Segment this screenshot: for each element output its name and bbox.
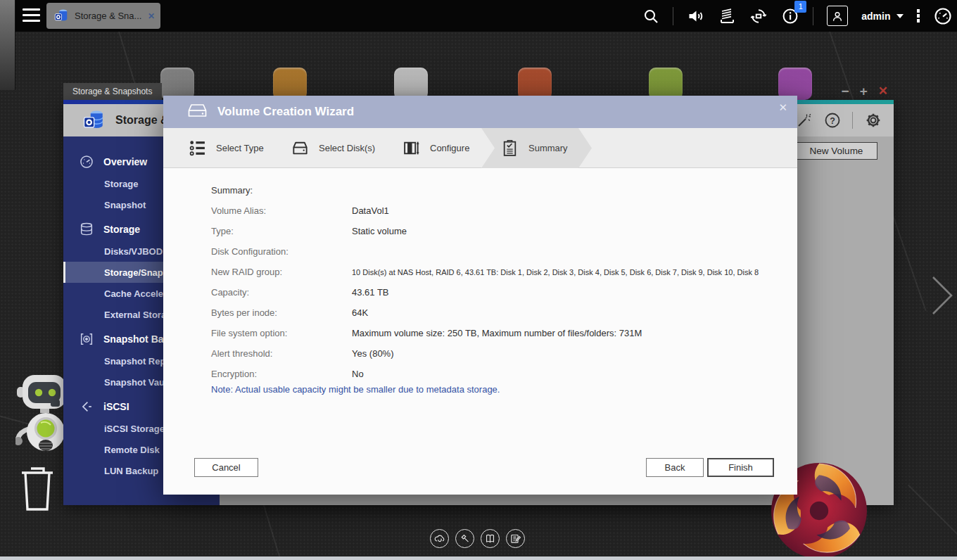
volume-creation-wizard-dialog: Volume Creation Wizard ✕ Select TypeSele…: [163, 96, 797, 495]
sidebar-item-label: Snapshot: [104, 200, 146, 210]
summary-row-encryption: Encryption:No: [211, 364, 774, 384]
user-avatar-icon[interactable]: [827, 6, 848, 26]
dialog-close-icon[interactable]: ✕: [778, 101, 787, 114]
summary-label: New RAID group:: [211, 267, 352, 277]
summary-label: Summary:: [211, 185, 352, 196]
summary-value: 43.61 TB: [352, 287, 389, 298]
summary-label: Disk Configuration:: [211, 246, 352, 257]
summary-label: Type:: [211, 226, 352, 236]
sidebar-item-label: iSCSI Storage: [104, 424, 165, 434]
tab-close-icon[interactable]: ✕: [148, 11, 155, 21]
help-icon[interactable]: ?: [824, 112, 841, 129]
open-app-tab[interactable]: Storage & Sna... ✕: [46, 3, 160, 29]
desktop-dock: [430, 529, 525, 548]
wizard-step-select-disk-s: Select Disk(s): [291, 128, 375, 168]
step-label: Select Disk(s): [319, 143, 375, 153]
notifications-info-icon[interactable]: 1: [781, 7, 799, 25]
chevron-down-icon: [896, 14, 904, 18]
top-bar-actions: 1 admin: [642, 0, 953, 32]
desktop-seam: [908, 485, 957, 550]
dialog-header: Volume Creation Wizard ✕: [163, 96, 797, 128]
summary-value: No: [352, 369, 364, 379]
step-label: Select Type: [216, 143, 264, 153]
book-icon[interactable]: [481, 529, 500, 548]
topbar-divider: [813, 7, 813, 25]
summary-label: Alert threshold:: [211, 348, 352, 359]
dashboard-gauge-icon[interactable]: [933, 6, 953, 26]
step-label: Summary: [528, 143, 568, 153]
columns-icon: [403, 139, 420, 157]
camera-icon: [79, 331, 94, 347]
admin-user-menu[interactable]: admin: [861, 11, 903, 22]
summary-row-capacity: Capacity:43.61 TB: [211, 282, 774, 303]
bottom-edge-strip: [0, 556, 957, 560]
window-maximize-button[interactable]: +: [860, 84, 868, 99]
header-divider: [852, 112, 853, 129]
summary-label: Bytes per inode:: [211, 307, 352, 318]
database-icon: [79, 222, 94, 237]
iscsi-icon: [79, 399, 94, 414]
sidebar-item-label: Storage: [104, 179, 138, 189]
sidebar-item-label: Snapshot Vault: [104, 377, 170, 388]
search-icon[interactable]: [642, 8, 659, 25]
wizard-step-summary: Summary: [501, 128, 568, 168]
summary-value: Static volume: [352, 226, 407, 236]
feedback-icon[interactable]: [506, 529, 525, 548]
window-title-tab[interactable]: Storage & Snapshots: [63, 83, 162, 100]
summary-label: Volume Alias:: [211, 205, 352, 216]
sidebar-item-label: Overview: [103, 156, 147, 167]
gauge-icon: [79, 154, 94, 170]
external-device-sync-icon[interactable]: [749, 7, 768, 25]
summary-row-type: Type:Static volume: [211, 221, 774, 241]
summary-value: DataVol1: [352, 205, 389, 216]
summary-row-volume-alias: Volume Alias:DataVol1: [211, 201, 774, 221]
drive-icon: [187, 103, 208, 122]
disk-icon: [291, 139, 309, 157]
summary-row-summary: Summary:: [211, 180, 774, 201]
top-bar: Storage & Sna... ✕: [0, 0, 957, 32]
summary-value: 10 Disk(s) at NAS Host, RAID 6, 43.61 TB…: [352, 268, 759, 276]
volume-speaker-icon[interactable]: [687, 8, 705, 25]
finish-button[interactable]: Finish: [707, 458, 774, 477]
summary-row-new-raid-group: New RAID group:10 Disk(s) at NAS Host, R…: [211, 262, 774, 282]
summary-row-file-system-option: File system option:Maximum volume size: …: [211, 323, 774, 343]
summary-value: Maximum volume size: 250 TB, Maximum num…: [352, 328, 642, 338]
left-edge-panel: [0, 0, 15, 90]
back-button[interactable]: Back: [646, 458, 704, 477]
summary-label: Capacity:: [211, 287, 352, 298]
summary-row-bytes-per-inode: Bytes per inode:64K: [211, 303, 774, 323]
main-menu-icon[interactable]: [23, 8, 40, 23]
svg-text:?: ?: [830, 116, 835, 126]
background-tasks-icon[interactable]: [718, 8, 736, 25]
more-options-icon[interactable]: [917, 8, 920, 25]
storage-snapshots-app-icon: [82, 107, 106, 134]
new-volume-button[interactable]: New Volume: [795, 142, 877, 160]
window-minimize-button[interactable]: −: [842, 84, 849, 99]
wizard-wand-icon[interactable]: [796, 112, 813, 129]
summary-row-disk-configuration: Disk Configuration:: [211, 241, 774, 262]
admin-username: admin: [861, 11, 890, 22]
qts-desktop: Storage & Snapshots − + ✕: [0, 0, 957, 560]
summary-value: Yes (80%): [352, 348, 394, 359]
wizard-step-configure: Configure: [403, 128, 469, 168]
dashboard-expand-chevron[interactable]: [927, 273, 956, 321]
tools-icon[interactable]: [455, 529, 474, 548]
cancel-button[interactable]: Cancel: [194, 458, 258, 477]
sidebar-item-label: Remote Disk: [104, 445, 160, 455]
summary-note: Note: Actual usable capacity might be sm…: [211, 384, 500, 395]
checklist-icon: [501, 139, 519, 157]
dialog-title: Volume Creation Wizard: [217, 105, 354, 119]
topbar-divider: [673, 7, 673, 25]
summary-section: Summary:Volume Alias:DataVol1Type:Static…: [211, 180, 774, 384]
settings-gear-icon[interactable]: [864, 111, 882, 129]
step-label: Configure: [430, 143, 469, 153]
summary-label: File system option:: [211, 328, 352, 338]
tab-label: Storage & Sna...: [75, 11, 142, 21]
wizard-steps-bar: Select TypeSelect Disk(s)ConfigureSummar…: [163, 128, 797, 168]
window-close-button[interactable]: ✕: [878, 84, 888, 99]
recycle-bin-icon[interactable]: [17, 462, 58, 516]
summary-label: Encryption:: [211, 369, 352, 379]
cloud-icon[interactable]: [430, 529, 449, 548]
summary-row-alert-threshold: Alert threshold:Yes (80%): [211, 343, 774, 364]
window-header-actions: ?: [796, 104, 882, 136]
